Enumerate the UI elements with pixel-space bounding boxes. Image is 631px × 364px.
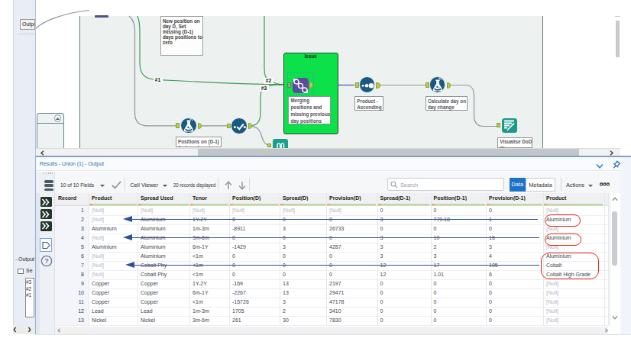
svg-text:?: ? — [44, 257, 49, 265]
